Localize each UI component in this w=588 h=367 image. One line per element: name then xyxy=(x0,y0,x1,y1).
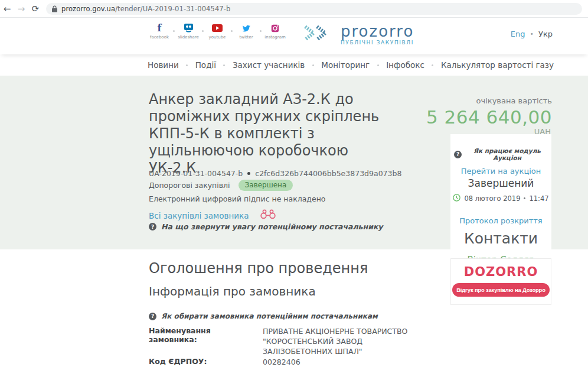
buyer-name-label: Найменування замовника: xyxy=(149,326,261,344)
social-links: f facebook slideshare youtube xyxy=(146,23,288,40)
tender-id-line: UA-2019-01-31-004547-b c2fc6d326b744006b… xyxy=(149,169,401,178)
question-icon: ? xyxy=(149,313,156,320)
nav-item-events[interactable]: Події xyxy=(195,60,216,70)
site-header: f facebook slideshare youtube xyxy=(0,18,588,54)
logo-subtitle: ПУБЛІЧНІ ЗАКУПІВЛІ xyxy=(341,40,414,46)
forward-icon[interactable]: → xyxy=(14,4,28,14)
dozorro-logo[interactable]: DOZORRO xyxy=(451,265,551,279)
separator-dot xyxy=(312,64,314,66)
logo-text: prozorro ПУБЛІЧНІ ЗАКУПІВЛІ xyxy=(341,24,414,46)
slideshare-icon xyxy=(184,23,194,33)
language-switcher: Eng • Укр xyxy=(511,30,553,38)
tender-title: Анкер закладний АЗ-2.К до проміжних пруж… xyxy=(149,91,391,177)
separator-dot xyxy=(524,197,525,199)
lock-icon xyxy=(52,5,57,12)
separator-dot xyxy=(231,30,233,32)
twitter-icon xyxy=(241,23,251,33)
social-label: facebook xyxy=(150,35,169,40)
url-path: /tender/UA-2019-01-31-004547-b xyxy=(115,5,230,13)
youtube-icon xyxy=(212,23,223,33)
facebook-link[interactable]: f facebook xyxy=(146,23,172,40)
separator-dot xyxy=(247,172,250,175)
auction-time: 11:47 xyxy=(529,194,548,203)
buyer-help-text: Як обирати замовника потенційним постача… xyxy=(161,312,378,320)
prozorro-chevrons-icon xyxy=(302,22,335,46)
refresh-icon[interactable]: ⟳ xyxy=(28,4,43,14)
url-domain: prozorro.gov.ua xyxy=(61,5,115,13)
back-icon[interactable]: ← xyxy=(0,4,14,14)
purchases-line: Всі закупівлі замовника xyxy=(149,209,277,222)
dozorro-feedback-button[interactable]: Відгук про закупівлю на Дозорро xyxy=(452,283,550,297)
procedure-line: Допорогові закупівлі Завершена xyxy=(149,180,293,191)
twitter-link[interactable]: twitter xyxy=(233,23,259,40)
separator-dot xyxy=(432,64,433,66)
auction-module-help-link[interactable]: ? Як працює модуль Аукціон xyxy=(454,147,548,161)
separator-dot xyxy=(173,30,175,32)
binoculars-icon[interactable] xyxy=(259,209,277,222)
status-badge: Завершена xyxy=(239,180,293,191)
social-label: instagram xyxy=(264,35,286,40)
nav-item-protection[interactable]: Захист учасників xyxy=(233,60,305,70)
supplier-advice-link[interactable]: ? На що звернути увагу потенційному пост… xyxy=(149,222,383,231)
nav-item-gas-calculator[interactable]: Калькулятор вартості газу xyxy=(441,60,554,70)
edrpou-value: 00282406 xyxy=(263,357,415,367)
nav-item-monitoring[interactable]: Моніторинг xyxy=(321,60,370,70)
expected-value-label: очікувана вартість xyxy=(413,96,552,105)
facebook-icon: f xyxy=(158,23,162,33)
question-icon: ? xyxy=(149,223,156,230)
prozorro-logo[interactable]: prozorro ПУБЛІЧНІ ЗАКУПІВЛІ xyxy=(302,22,414,46)
nav-item-infobox[interactable]: Інфобокс xyxy=(386,60,424,70)
separator-dot xyxy=(377,64,379,66)
tender-id: UA-2019-01-31-004547-b xyxy=(149,169,243,178)
nav-item-news[interactable]: Новини xyxy=(148,60,179,70)
social-label: slideshare xyxy=(178,35,199,40)
expected-value-block: очікувана вартість 5 264 640,00 UAH xyxy=(413,96,552,136)
clock-icon xyxy=(453,193,460,204)
social-label: youtube xyxy=(209,35,226,40)
instagram-icon xyxy=(271,23,279,33)
separator-dot xyxy=(260,30,262,32)
browser-toolbar: ← → ⟳ prozorro.gov.ua/tender/UA-2019-01-… xyxy=(0,0,588,18)
instagram-link[interactable]: instagram xyxy=(262,23,288,40)
separator-dot xyxy=(223,64,225,66)
go-to-auction-link[interactable]: Перейти на аукціон xyxy=(450,167,551,176)
separator-dot xyxy=(186,64,188,66)
slideshare-link[interactable]: slideshare xyxy=(175,23,201,40)
separator-dot xyxy=(202,30,204,32)
advice-text: На що звернути увагу потенційному постач… xyxy=(161,222,383,231)
dozorro-card: DOZORRO Відгук про закупівлю на Дозорро xyxy=(450,258,551,305)
youtube-link[interactable]: youtube xyxy=(204,23,230,40)
signature-note: Електронний цифровий підпис не накладено xyxy=(149,194,326,203)
lang-ukr-label[interactable]: Укр xyxy=(538,30,553,38)
tender-hash: c2fc6d326b744006bb5e3873d9a073b8 xyxy=(255,169,401,178)
buyer-name-value: ПРИВАТНЕ АКЦІОНЕРНЕ ТОВАРИСТВО "КОРОСТЕН… xyxy=(263,326,415,356)
social-label: twitter xyxy=(239,35,253,40)
auction-status: Завершений xyxy=(450,177,551,189)
question-icon: ? xyxy=(454,151,462,158)
expected-value-amount: 5 264 640,00 xyxy=(413,107,552,127)
announcement-heading: Оголошення про проведення xyxy=(149,260,368,277)
buyer-info-subheading: Інформація про замовника xyxy=(149,284,316,298)
separator-dot: • xyxy=(530,30,534,38)
main-navigation: Новини Події Захист учасників Моніторинг… xyxy=(0,54,588,76)
all-purchases-link[interactable]: Всі закупівлі замовника xyxy=(149,211,249,220)
page: ← → ⟳ prozorro.gov.ua/tender/UA-2019-01-… xyxy=(0,0,588,367)
logo-title: prozorro xyxy=(341,24,414,39)
auction-help-text: Як працює модуль Аукціон xyxy=(466,147,548,161)
auction-card: ? Як працює модуль Аукціон Перейти на ау… xyxy=(450,134,551,255)
disclosure-protocol-link[interactable]: Протокол розкриття xyxy=(450,216,551,225)
auction-datetime: 08 лютого 2019 11:47 xyxy=(450,193,551,204)
procedure-type: Допорогові закупівлі xyxy=(149,181,230,190)
lang-eng-link[interactable]: Eng xyxy=(511,30,525,38)
auction-date: 08 лютого 2019 xyxy=(464,194,520,203)
address-bar[interactable]: prozorro.gov.ua/tender/UA-2019-01-31-004… xyxy=(46,3,582,15)
buyer-selection-help-link[interactable]: ? Як обирати замовника потенційним поста… xyxy=(149,312,378,320)
contacts-title: Контакти xyxy=(450,230,551,247)
edrpou-label: Код ЄДРПОУ: xyxy=(149,357,261,366)
